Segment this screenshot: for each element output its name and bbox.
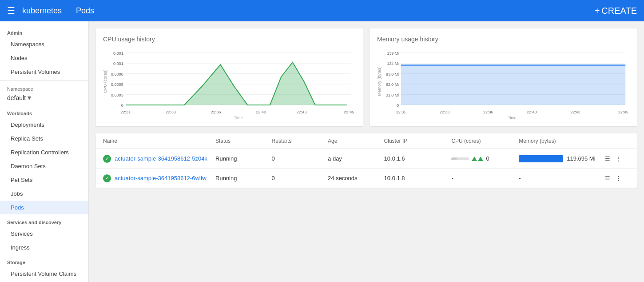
memory-chart-title: Memory usage history (377, 36, 630, 43)
sidebar-item-persistent-volumes[interactable]: Persistent Volumes (0, 65, 88, 79)
pod-name-link[interactable]: actuator-sample-3641958612-5z04k (115, 155, 207, 162)
sidebar-item-nodes[interactable]: Nodes (0, 51, 88, 65)
pod-age: a day (328, 155, 384, 162)
memory-chart-area: 139 Mi 124 Mi 93.0 Mi 62.0 Mi 31.0 Mi 0 … (377, 48, 630, 119)
memory-bar (519, 155, 563, 162)
page-title: Pods (76, 6, 595, 16)
pod-memory: 119.695 Mi (519, 155, 603, 162)
list-icon[interactable]: ☰ (603, 173, 612, 183)
pod-status: Running (215, 155, 272, 162)
pod-name-link[interactable]: actuator-sample-3641958612-6wlfw (115, 175, 207, 181)
pod-restarts: 0 (272, 155, 328, 162)
svg-text:Memory (bytes): Memory (bytes) (377, 66, 382, 96)
status-icon-running: ✓ (103, 174, 111, 182)
svg-text:Time: Time (234, 116, 243, 119)
memory-chart-svg: 139 Mi 124 Mi 93.0 Mi 62.0 Mi 31.0 Mi 0 … (377, 48, 630, 119)
namespace-dropdown[interactable]: default ▾ (7, 93, 81, 102)
col-age: Age (328, 138, 384, 144)
table-row: ✓ actuator-sample-3641958612-5z04k Runni… (96, 149, 637, 169)
services-section-label: Services and discovery (0, 214, 88, 227)
admin-section-label: Admin (0, 25, 88, 37)
pod-cluster-ip: 10.0.1.6 (384, 155, 452, 162)
sidebar-item-services[interactable]: Services (0, 227, 88, 241)
sidebar-item-persistent-volume-claims[interactable]: Persistent Volume Claims (0, 267, 88, 281)
svg-text:22:31: 22:31 (396, 110, 406, 114)
row-actions: ☰ ⋮ (603, 153, 630, 164)
cpu-chart-title: CPU usage history (103, 36, 356, 43)
status-icon-running: ✓ (103, 155, 111, 163)
svg-text:22:36: 22:36 (211, 110, 221, 114)
sidebar-item-daemon-sets[interactable]: Daemon Sets (0, 159, 88, 173)
more-icon[interactable]: ⋮ (614, 173, 623, 183)
cpu-chart-area: 0.001 0.001 0.0008 0.0005 0.0003 0 CPU (… (103, 48, 356, 119)
col-memory: Memory (bytes) (519, 138, 603, 144)
col-status: Status (215, 138, 272, 144)
pod-cpu: 0 (451, 155, 519, 162)
svg-marker-35 (401, 65, 625, 105)
svg-text:22:40: 22:40 (256, 110, 266, 114)
more-icon[interactable]: ⋮ (614, 153, 623, 164)
svg-text:22:33: 22:33 (440, 110, 449, 114)
main-content: CPU usage history 0.001 0.001 0.0008 (89, 21, 644, 282)
pod-restarts: 0 (272, 175, 328, 181)
table-row: ✓ actuator-sample-3641958612-6wlfw Runni… (96, 169, 637, 188)
list-icon[interactable]: ☰ (603, 153, 612, 164)
svg-text:0.001: 0.001 (113, 61, 123, 66)
namespace-label: Namespace (7, 86, 81, 92)
sidebar-item-pet-sets[interactable]: Pet Sets (0, 173, 88, 187)
pod-age: 24 seconds (328, 175, 384, 181)
svg-text:31.0 Mi: 31.0 Mi (386, 93, 399, 97)
svg-text:22:45: 22:45 (344, 110, 354, 114)
cpu-chart-card: CPU usage history 0.001 0.001 0.0008 (96, 28, 363, 126)
svg-text:22:45: 22:45 (618, 110, 628, 114)
sidebar-item-jobs[interactable]: Jobs (0, 187, 88, 201)
col-name: Name (103, 138, 215, 144)
svg-text:0.001: 0.001 (113, 51, 123, 56)
storage-section-label: Storage (0, 254, 88, 267)
pod-cluster-ip: 10.0.1.8 (384, 175, 452, 181)
col-restarts: Restarts (272, 138, 328, 144)
sidebar-item-replica-sets[interactable]: Replica Sets (0, 132, 88, 145)
svg-text:22:31: 22:31 (120, 110, 131, 114)
sidebar: Admin Namespaces Nodes Persistent Volume… (0, 21, 89, 282)
charts-row: CPU usage history 0.001 0.001 0.0008 (96, 28, 637, 126)
svg-marker-21 (256, 62, 346, 105)
svg-text:124 Mi: 124 Mi (387, 61, 399, 66)
svg-text:22:33: 22:33 (166, 110, 176, 114)
col-cluster-ip: Cluster IP (384, 138, 452, 144)
menu-icon[interactable]: ☰ (7, 5, 15, 16)
svg-text:0: 0 (121, 103, 123, 108)
sidebar-item-deployments[interactable]: Deployments (0, 118, 88, 132)
row-actions: ☰ ⋮ (603, 173, 630, 183)
svg-text:Time: Time (508, 116, 516, 119)
namespace-selector: Namespace default ▾ (0, 83, 88, 105)
svg-text:139 Mi: 139 Mi (387, 51, 399, 56)
svg-text:22:43: 22:43 (570, 110, 580, 114)
svg-text:22:36: 22:36 (483, 110, 493, 114)
topbar: ☰ kubernetes Pods + CREATE (0, 0, 644, 21)
create-button[interactable]: + CREATE (595, 6, 637, 16)
sidebar-item-replication-controllers[interactable]: Replication Controllers (0, 145, 88, 159)
sidebar-item-namespaces[interactable]: Namespaces (0, 37, 88, 51)
create-label: CREATE (601, 6, 637, 16)
cpu-chart-svg: 0.001 0.001 0.0008 0.0005 0.0003 0 CPU (… (103, 48, 356, 119)
svg-text:0: 0 (397, 103, 399, 108)
svg-text:0.0008: 0.0008 (111, 72, 123, 77)
pod-cpu: - (451, 175, 519, 181)
workloads-section-label: Workloads (0, 105, 88, 118)
svg-marker-20 (126, 64, 261, 105)
chevron-down-icon: ▾ (28, 93, 31, 102)
svg-text:22:43: 22:43 (297, 110, 307, 114)
pod-memory: - (519, 175, 603, 181)
table-header: Name Status Restarts Age Cluster IP CPU … (96, 133, 637, 149)
sidebar-item-pods[interactable]: Pods (0, 201, 88, 214)
sidebar-item-ingress[interactable]: Ingress (0, 241, 88, 254)
pods-table: Name Status Restarts Age Cluster IP CPU … (96, 133, 637, 188)
memory-chart-card: Memory usage history 139 Mi 124 Mi 93.0 (370, 28, 637, 126)
svg-text:22:40: 22:40 (527, 110, 537, 114)
svg-text:0.0005: 0.0005 (111, 82, 123, 87)
svg-text:62.0 Mi: 62.0 Mi (386, 82, 399, 87)
svg-text:0.0003: 0.0003 (111, 93, 123, 97)
svg-text:CPU (cores): CPU (cores) (103, 69, 107, 93)
pod-status: Running (215, 175, 272, 181)
